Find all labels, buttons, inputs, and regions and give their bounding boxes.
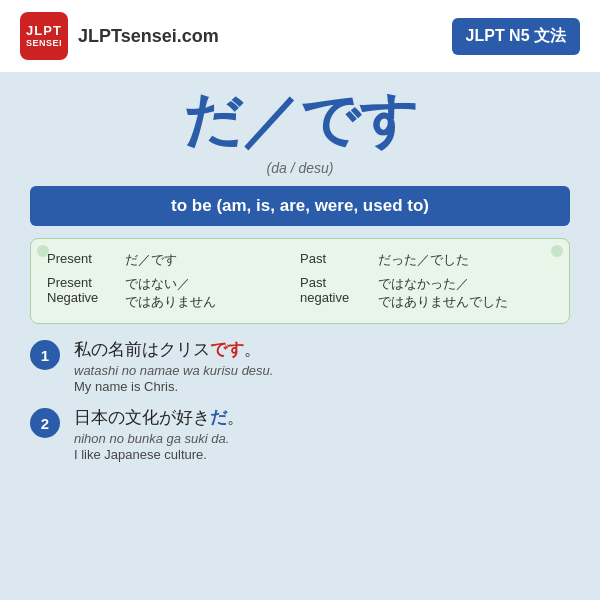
logo-sensei-text: SENSEI xyxy=(26,38,62,49)
example-1: 1 私の名前はクリスです。 watashi no namae wa kurisu… xyxy=(30,338,570,394)
logo-area: JLPT SENSEI JLPTsensei.com xyxy=(20,12,219,60)
conj-pastneg-right: Past negative ではなかった／ ではありませんでした xyxy=(300,275,553,311)
conj-row-present: Present だ／です Past だった／でした xyxy=(47,251,553,269)
jlpt-logo: JLPT SENSEI xyxy=(20,12,68,60)
example-2-romaji: nihon no bunka ga suki da. xyxy=(74,431,570,446)
conj-neg-value: ではない／ ではありません xyxy=(125,275,216,311)
conj-past-right: Past だった／でした xyxy=(300,251,553,269)
example-2-ja-highlight: だ xyxy=(210,408,227,427)
conj-row-negative: Present Negative ではない／ ではありません Past nega… xyxy=(47,275,553,311)
conj-past-value: だった／でした xyxy=(378,251,469,269)
logo-jlpt-text: JLPT xyxy=(26,23,62,39)
example-2-ja-before: 日本の文化が好き xyxy=(74,408,210,427)
jlpt-badge: JLPT N5 文法 xyxy=(452,18,580,55)
meaning-banner: to be (am, is, are, were, used to) xyxy=(30,186,570,226)
example-1-romaji: watashi no namae wa kurisu desu. xyxy=(74,363,570,378)
conj-past-label: Past xyxy=(300,251,370,266)
example-1-ja-before: 私の名前はクリス xyxy=(74,340,210,359)
pronunciation: (da / desu) xyxy=(30,160,570,176)
example-1-japanese: 私の名前はクリスです。 xyxy=(74,338,570,361)
example-1-english: My name is Chris. xyxy=(74,379,570,394)
example-2-japanese: 日本の文化が好きだ。 xyxy=(74,406,570,429)
example-1-ja-highlight: です xyxy=(210,340,244,359)
page-container: JLPT SENSEI JLPTsensei.com JLPT N5 文法 だ／… xyxy=(0,0,600,600)
example-2-ja-after: 。 xyxy=(227,408,244,427)
conj-present-label: Present xyxy=(47,251,117,266)
conjugation-table: Present だ／です Past だった／でした Present Negati… xyxy=(30,238,570,324)
conj-neg-left: Present Negative ではない／ ではありません xyxy=(47,275,300,311)
header: JLPT SENSEI JLPTsensei.com JLPT N5 文法 xyxy=(0,0,600,72)
conj-present-value: だ／です xyxy=(125,251,177,269)
conj-neg-label: Present Negative xyxy=(47,275,117,305)
example-2-content: 日本の文化が好きだ。 nihon no bunka ga suki da. I … xyxy=(74,406,570,462)
example-2: 2 日本の文化が好きだ。 nihon no bunka ga suki da. … xyxy=(30,406,570,462)
site-name: JLPTsensei.com xyxy=(78,26,219,47)
title-area: だ／です (da / desu) xyxy=(30,82,570,176)
example-2-english: I like Japanese culture. xyxy=(74,447,570,462)
conj-present-left: Present だ／です xyxy=(47,251,300,269)
example-1-number: 1 xyxy=(30,340,60,370)
example-1-content: 私の名前はクリスです。 watashi no namae wa kurisu d… xyxy=(74,338,570,394)
example-1-ja-after: 。 xyxy=(244,340,261,359)
main-title: だ／です xyxy=(30,82,570,160)
conj-pastneg-label: Past negative xyxy=(300,275,370,305)
main-content: だ／です (da / desu) to be (am, is, are, wer… xyxy=(0,72,600,484)
example-2-number: 2 xyxy=(30,408,60,438)
conj-pastneg-value: ではなかった／ ではありませんでした xyxy=(378,275,508,311)
